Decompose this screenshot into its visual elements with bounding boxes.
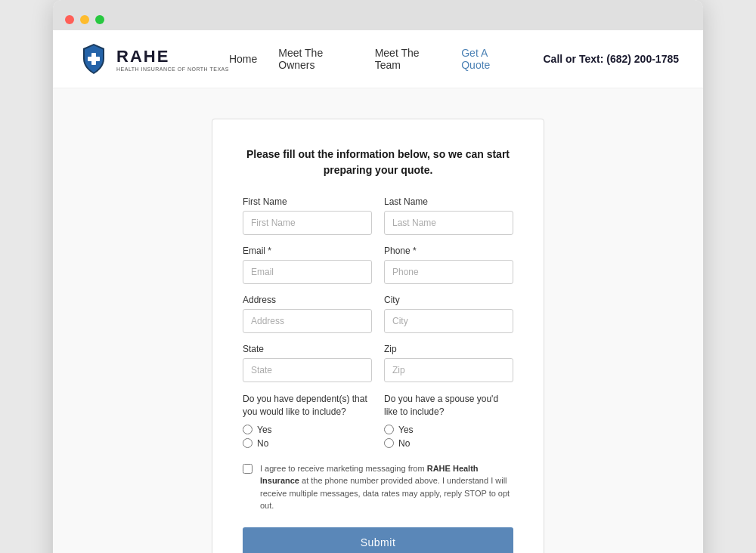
navbar: RAHE HEALTH INSURANCE OF NORTH TEXAS Hom… — [53, 30, 703, 88]
radio-section: Do you have dependent(s) that you would … — [243, 393, 513, 452]
logo-text-area: RAHE HEALTH INSURANCE OF NORTH TEXAS — [116, 47, 229, 72]
browser-window: RAHE HEALTH INSURANCE OF NORTH TEXAS Hom… — [53, 0, 703, 553]
form-group-phone: Phone * — [384, 246, 513, 284]
logo-area: RAHE HEALTH INSURANCE OF NORTH TEXAS — [77, 42, 229, 76]
form-group-address: Address — [243, 295, 372, 333]
zip-label: Zip — [384, 344, 513, 354]
spouse-yes-radio[interactable] — [384, 425, 394, 434]
nav-link-home[interactable]: Home — [229, 53, 257, 65]
form-row-address-city: Address City — [243, 295, 513, 333]
form-row-state-zip: State Zip — [243, 344, 513, 382]
consent-section: I agree to receive marketing messaging f… — [243, 462, 513, 512]
spouse-no-radio[interactable] — [384, 438, 394, 448]
logo-subtitle: HEALTH INSURANCE OF NORTH TEXAS — [116, 66, 229, 72]
phone-label: Phone * — [384, 246, 513, 256]
consent-text-part1: I agree to receive marketing messaging f… — [260, 464, 427, 473]
dependents-no-label: No — [257, 438, 268, 449]
spouse-no-option[interactable]: No — [384, 438, 513, 449]
dependents-yes-option[interactable]: Yes — [243, 425, 372, 435]
spouse-question: Do you have a spouse you'd like to inclu… — [384, 393, 513, 419]
nav-link-get-quote[interactable]: Get A Quote — [461, 47, 513, 71]
email-label: Email * — [243, 246, 372, 256]
logo-icon — [77, 42, 110, 76]
spouse-group: Do you have a spouse you'd like to inclu… — [384, 393, 513, 452]
consent-text: I agree to receive marketing messaging f… — [260, 462, 513, 512]
dependents-yes-label: Yes — [257, 425, 272, 435]
last-name-input[interactable] — [384, 211, 513, 235]
svg-rect-1 — [88, 57, 100, 61]
spouse-no-label: No — [398, 438, 410, 449]
nav-link-meet-owners[interactable]: Meet The Owners — [278, 47, 353, 71]
browser-content: RAHE HEALTH INSURANCE OF NORTH TEXAS Hom… — [53, 30, 703, 553]
address-input[interactable] — [243, 309, 372, 333]
nav-link-meet-team[interactable]: Meet The Team — [375, 47, 441, 71]
form-row-name: First Name Last Name — [243, 196, 513, 235]
email-input[interactable] — [243, 260, 372, 284]
last-name-label: Last Name — [384, 196, 513, 207]
form-group-city: City — [384, 295, 513, 333]
nav-phone: Call or Text: (682) 200-1785 — [544, 53, 680, 65]
first-name-input[interactable] — [243, 211, 372, 235]
city-input[interactable] — [384, 309, 513, 333]
phone-input[interactable] — [384, 260, 513, 284]
zip-input[interactable] — [384, 358, 513, 382]
submit-button[interactable]: Submit — [243, 527, 513, 553]
dependents-no-option[interactable]: No — [243, 438, 372, 449]
main-content: Please fill out the information below, s… — [53, 88, 703, 553]
form-group-email: Email * — [243, 246, 372, 284]
address-label: Address — [243, 295, 372, 305]
form-container: Please fill out the information below, s… — [212, 119, 544, 553]
dependents-no-radio[interactable] — [243, 438, 253, 448]
dependents-yes-radio[interactable] — [243, 425, 253, 434]
dependents-group: Do you have dependent(s) that you would … — [243, 393, 372, 452]
form-group-state: State — [243, 344, 372, 382]
nav-links: Home Meet The Owners Meet The Team Get A… — [229, 47, 513, 71]
form-row-email-phone: Email * Phone * — [243, 246, 513, 284]
spouse-yes-option[interactable]: Yes — [384, 425, 513, 435]
browser-dot-yellow[interactable] — [80, 15, 89, 24]
form-heading: Please fill out the information below, s… — [243, 147, 513, 178]
state-label: State — [243, 344, 372, 354]
first-name-label: First Name — [243, 196, 372, 207]
state-input[interactable] — [243, 358, 372, 382]
browser-dot-green[interactable] — [95, 15, 104, 24]
consent-checkbox[interactable] — [243, 464, 253, 474]
form-group-first-name: First Name — [243, 196, 372, 235]
logo-brand: RAHE — [116, 47, 229, 66]
browser-dot-red[interactable] — [65, 15, 74, 24]
browser-chrome — [53, 0, 703, 30]
form-group-last-name: Last Name — [384, 196, 513, 235]
form-group-zip: Zip — [384, 344, 513, 382]
city-label: City — [384, 295, 513, 305]
dependents-question: Do you have dependent(s) that you would … — [243, 393, 372, 419]
spouse-yes-label: Yes — [398, 425, 414, 435]
